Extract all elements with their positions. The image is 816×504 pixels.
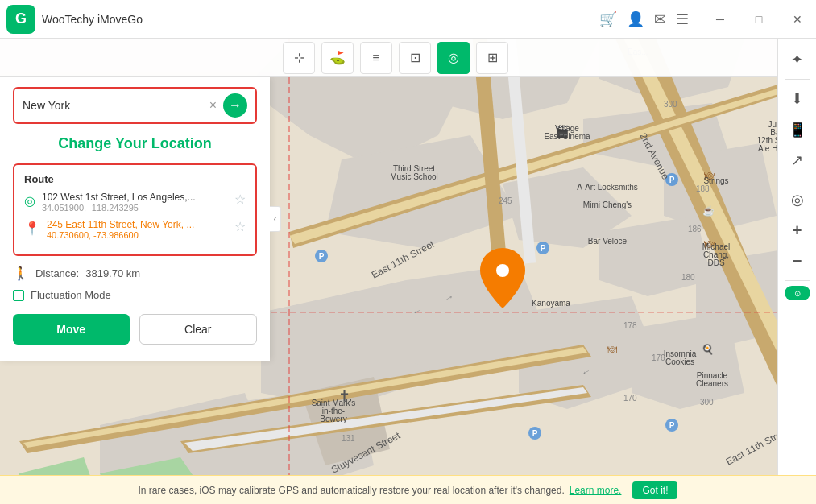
svg-text:East Cinema: East Cinema [544, 132, 590, 141]
svg-text:P: P [669, 176, 675, 184]
svg-text:Kanoyama: Kanoyama [532, 299, 570, 308]
origin-coords: 34.051900, -118.243295 [42, 203, 231, 213]
route-origin-item: ◎ 102 West 1st Street, Los Angeles,... 3… [24, 192, 246, 213]
svg-text:Bowery: Bowery [320, 415, 346, 423]
separator-3 [785, 280, 810, 281]
navigate-button[interactable]: ↗ [783, 146, 812, 175]
dest-icon: 📍 [24, 221, 40, 236]
route-label: Route [24, 173, 246, 185]
app-title: WooTechy iMoveGo [42, 13, 599, 26]
svg-text:245: 245 [499, 196, 512, 205]
fluctuation-row: Fluctuation Mode [13, 289, 257, 301]
mail-icon[interactable]: ✉ [654, 10, 666, 28]
notification-text: In rare cases, iOS may calibrate GPS and… [139, 485, 565, 496]
svg-text:🍽: 🍽 [607, 344, 617, 355]
svg-text:P: P [541, 244, 546, 253]
svg-text:188: 188 [696, 184, 710, 193]
map-area[interactable]: ✝ P P P P P 🍽 🍽 🍽 🍳 ☕ 🎬 Eas [0, 39, 816, 504]
panel-title: Change Your Location [13, 135, 257, 152]
svg-text:Cleaners: Cleaners [696, 379, 728, 388]
svg-text:178: 178 [623, 321, 637, 330]
grid-tool-button[interactable]: ⊞ [476, 42, 508, 74]
download-button[interactable]: ⬇ [783, 85, 812, 114]
distance-value: 3819.70 km [85, 267, 140, 279]
svg-text:131: 131 [342, 434, 355, 443]
route-tool-button[interactable]: ≡ [360, 42, 392, 74]
svg-text:170: 170 [623, 394, 637, 403]
close-button[interactable]: ✕ [779, 0, 816, 39]
fluctuation-checkbox[interactable] [13, 290, 24, 301]
separator-2 [785, 180, 810, 180]
learn-more-link[interactable]: Learn more. [570, 485, 622, 496]
snowflake-button[interactable]: ✦ [783, 45, 812, 74]
locate-button[interactable]: ◎ [783, 185, 812, 214]
titlebar: G WooTechy iMoveGo 🛒 👤 ✉ ☰ ─ □ ✕ [0, 0, 816, 39]
user-icon[interactable]: 👤 [627, 10, 644, 28]
svg-text:Strings: Strings [703, 176, 728, 185]
svg-text:A-Art Locksmiths: A-Art Locksmiths [577, 183, 638, 192]
minimize-button[interactable]: ─ [702, 0, 739, 39]
titlebar-action-icons: 🛒 👤 ✉ ☰ [599, 10, 689, 28]
bottom-notification: In rare cases, iOS may calibrate GPS and… [0, 475, 816, 504]
distance-icon: 🚶 [13, 266, 29, 281]
dest-address: 245 East 11th Street, New York, ... [47, 219, 231, 230]
pin-tool-button[interactable]: ⛳ [321, 42, 354, 74]
collapse-panel-button[interactable]: ‹ [270, 206, 281, 232]
window-controls: ─ □ ✕ [702, 0, 816, 39]
origin-icon: ◎ [24, 193, 35, 209]
svg-text:☕: ☕ [702, 204, 715, 217]
top-toolbar: ⊹ ⛳ ≡ ⊡ ◎ ⊞ [0, 39, 777, 77]
distance-row: 🚶 Distance: 3819.70 km [13, 266, 257, 281]
action-buttons: Move Clear [13, 314, 257, 345]
screen-tool-button[interactable]: ⊡ [399, 42, 431, 74]
clear-button[interactable]: Clear [139, 314, 258, 345]
search-bar: × → [13, 87, 257, 124]
move-tool-button[interactable]: ⊹ [283, 42, 315, 74]
svg-text:186: 186 [688, 225, 702, 233]
svg-text:P: P [532, 429, 538, 438]
dest-coords: 40.730600, -73.986600 [47, 230, 231, 240]
fluctuation-label: Fluctuation Mode [31, 289, 111, 301]
maximize-button[interactable]: □ [740, 0, 777, 39]
search-clear-button[interactable]: × [209, 98, 217, 113]
left-panel: × → Change Your Location Route ◎ 102 Wes… [0, 77, 270, 361]
search-go-button[interactable]: → [223, 93, 247, 118]
svg-point-49 [496, 264, 509, 277]
cart-icon[interactable]: 🛒 [599, 10, 617, 28]
dest-star-button[interactable]: ☆ [234, 219, 246, 234]
origin-address: 102 West 1st Street, Los Angeles,... [42, 192, 231, 203]
route-box: Route ◎ 102 West 1st Street, Los Angeles… [13, 163, 257, 256]
got-it-button[interactable]: Got it! [632, 481, 677, 499]
app-logo: G [6, 5, 35, 34]
distance-label: Distance: [35, 267, 79, 279]
svg-text:🍳: 🍳 [702, 343, 714, 355]
search-input[interactable] [23, 99, 209, 112]
svg-text:180: 180 [681, 273, 695, 282]
svg-text:P: P [669, 421, 675, 430]
toggle-button[interactable]: ⊙ [785, 286, 810, 300]
zoom-in-button[interactable]: + [783, 216, 812, 245]
svg-text:300: 300 [700, 398, 714, 407]
svg-text:Cookies: Cookies [665, 357, 694, 366]
phone-button[interactable]: 📱 [783, 115, 812, 144]
route-dest-item: 📍 245 East 11th Street, New York, ... 40… [24, 219, 246, 240]
svg-text:DDS: DDS [707, 258, 724, 267]
svg-text:P: P [319, 252, 325, 261]
target-tool-button[interactable]: ◎ [437, 42, 470, 74]
svg-text:Bar Veloce: Bar Veloce [588, 237, 628, 246]
zoom-out-button[interactable]: − [783, 246, 812, 275]
svg-text:300: 300 [664, 100, 677, 109]
right-toolbar: ✦ ⬇ 📱 ↗ ◎ + − ⊙ [777, 39, 816, 504]
svg-text:Music School: Music School [390, 172, 437, 181]
svg-text:Mimi Cheng's: Mimi Cheng's [583, 200, 632, 209]
menu-icon[interactable]: ☰ [676, 10, 689, 28]
origin-star-button[interactable]: ☆ [234, 192, 246, 207]
separator-1 [785, 79, 810, 80]
move-button[interactable]: Move [13, 314, 130, 345]
